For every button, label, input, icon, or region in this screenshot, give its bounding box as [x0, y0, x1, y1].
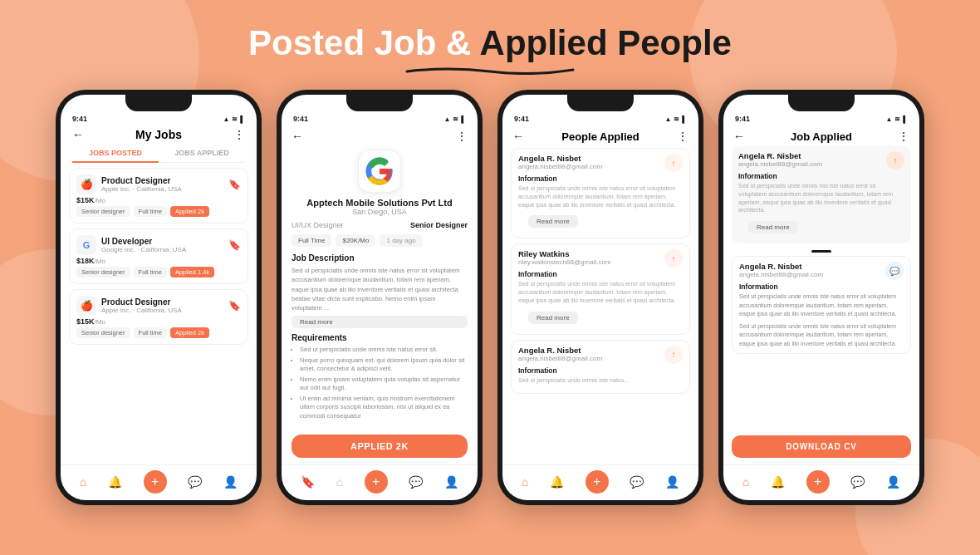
phone-1-my-jobs: 9:41 ▲ ≋ ▌ ← My Jobs ⋮ JOBS POSTED JOBS …	[56, 90, 262, 505]
job-salary-2: $18K/Mo	[76, 257, 241, 265]
job-tags-2: Senior designer Full time Applied 1.4k	[76, 267, 241, 278]
tab-jobs-applied[interactable]: JOBS APPLIED	[159, 145, 245, 163]
selected-info-label: Information	[738, 172, 904, 180]
tag-senior-3: Senior designer	[76, 327, 130, 338]
detail-tag-type: Full Time	[292, 234, 331, 247]
job-applied-title: Job Applied	[791, 130, 852, 143]
job-info-2: UI Developer Google Inc. · California, U…	[101, 237, 186, 253]
upload-icon-4[interactable]: ↑	[886, 151, 904, 169]
selected-applicant-card[interactable]: Angela R. Nisbet angela.nisbet88@gmail.c…	[732, 146, 911, 243]
nav-add-2[interactable]: +	[365, 470, 388, 494]
chat-applicant-info: Angela R. Nisbet angela.nisbet88@gmail.c…	[739, 262, 823, 278]
nav-add-1[interactable]: +	[144, 470, 167, 494]
bookmark-icon-1[interactable]: 🔖	[228, 179, 241, 190]
req-item-3: Nemo enim ipsam voluptatem quia voluptas…	[300, 376, 468, 393]
read-more-applicant-2[interactable]: Read more	[528, 312, 578, 324]
signal-icon-4: ▲	[885, 115, 892, 123]
tag-applied-3: Applied 2k	[170, 327, 209, 338]
wifi-icon-2: ≋	[453, 115, 458, 123]
status-icons-2: ▲ ≋ ▌	[443, 115, 466, 123]
read-more-selected[interactable]: Read more	[748, 221, 798, 233]
job-info-1: Product Designer Apple Inc. · California…	[101, 176, 182, 193]
chat-applicant-card[interactable]: Angela R. Nisbet angela.nisbet88@gmail.c…	[732, 256, 911, 354]
back-arrow-1[interactable]: ←	[72, 128, 84, 141]
phone-3-screen: 9:41 ▲ ≋ ▌ ← People Applied ⋮ Ange	[502, 95, 698, 500]
nav-bell-4[interactable]: 🔔	[771, 475, 785, 489]
info-label-3: Information	[518, 366, 683, 375]
nav-home-1[interactable]: ⌂	[80, 475, 86, 489]
nav-person-2[interactable]: 👤	[444, 475, 458, 489]
applicant-3-name: Angela R. Nisbet	[518, 346, 602, 355]
battery-icon: ▌	[240, 115, 245, 123]
phone-4-screen: 9:41 ▲ ≋ ▌ ← Job Applied ⋮ Angela	[723, 95, 919, 500]
upload-icon-2[interactable]: ↑	[664, 249, 683, 268]
company-logo-1: 🍎	[76, 174, 96, 194]
phone-3-bottom-nav: ⌂ 🔔 + 💬 👤	[502, 464, 698, 500]
job-tags-3: Senior designer Full time Applied 2k	[76, 327, 241, 338]
job-applied-header: ← Job Applied ⋮	[723, 125, 919, 146]
applicant-card-1[interactable]: Angela R. Nisbet angela.nisbet88@gmail.c…	[511, 148, 690, 238]
nav-home-3[interactable]: ⌂	[522, 475, 528, 489]
more-icon-2[interactable]: ⋮	[456, 130, 468, 143]
nav-chat-2[interactable]: 💬	[409, 475, 423, 489]
back-arrow-2[interactable]: ←	[292, 130, 303, 143]
status-time-2: 9:41	[293, 115, 308, 123]
status-time-3: 9:41	[514, 115, 529, 123]
status-time-4: 9:41	[735, 115, 750, 123]
nav-bookmark-2[interactable]: 🔖	[301, 475, 315, 489]
job-card-3[interactable]: 🍎 Product Designer Apple Inc. · Californ…	[69, 289, 248, 345]
nav-chat-3[interactable]: 💬	[630, 475, 644, 489]
tag-fulltime-3: Full time	[134, 327, 167, 338]
page-title: Posted Job & Applied People	[0, 23, 980, 63]
nav-bell-3[interactable]: 🔔	[550, 475, 564, 489]
applicant-2-info: Riley Watkins riley.watkinstech88@gmail.…	[518, 249, 611, 266]
chat-icon-4[interactable]: 💬	[885, 262, 904, 280]
applicant-1-name: Angela R. Nisbet	[518, 154, 602, 163]
more-icon-3[interactable]: ⋮	[677, 130, 688, 143]
applicant-card-2[interactable]: Riley Watkins riley.watkinstech88@gmail.…	[511, 243, 690, 334]
chat-applicant-email: angela.nisbet88@gmail.com	[739, 271, 823, 278]
applicant-card-3[interactable]: Angela R. Nisbet angela.nisbet88@gmail.c…	[511, 340, 690, 394]
back-arrow-3[interactable]: ←	[512, 130, 524, 143]
download-cv-button[interactable]: DOWNLOAD CV	[732, 435, 911, 458]
req-item-4: Ut enim ad minima veniam, quis nostrum e…	[300, 395, 468, 421]
wifi-icon-4: ≋	[894, 115, 900, 123]
nav-person-3[interactable]: 👤	[665, 475, 679, 489]
tab-jobs-posted[interactable]: JOBS POSTED	[72, 145, 159, 163]
bookmark-icon-2[interactable]: 🔖	[228, 239, 241, 251]
role-label: UI/UX Designer	[292, 221, 344, 229]
bookmark-icon-3[interactable]: 🔖	[228, 300, 241, 312]
back-arrow-4[interactable]: ←	[733, 130, 745, 143]
people-applied-header: ← People Applied ⋮	[502, 125, 698, 148]
read-more-applicant-1[interactable]: Read more	[528, 215, 578, 228]
nav-chat-4[interactable]: 💬	[850, 475, 865, 489]
nav-person-1[interactable]: 👤	[223, 475, 238, 489]
nav-add-3[interactable]: +	[586, 470, 609, 494]
job-card-2[interactable]: G UI Developer Google Inc. · California,…	[69, 228, 248, 284]
job-title-2: UI Developer	[101, 237, 186, 246]
more-icon-1[interactable]: ⋮	[233, 128, 245, 141]
phone-1-screen: 9:41 ▲ ≋ ▌ ← My Jobs ⋮ JOBS POSTED JOBS …	[61, 95, 257, 500]
phone-2-job-detail: 9:41 ▲ ≋ ▌ ← ⋮	[277, 90, 483, 505]
nav-add-4[interactable]: +	[806, 470, 830, 494]
more-icon-4[interactable]: ⋮	[898, 130, 909, 143]
battery-icon-3: ▌	[682, 115, 687, 123]
job-detail-tags: Full Time $20K/Mo 1 day ago	[282, 234, 478, 247]
nav-home-2[interactable]: ⌂	[336, 475, 343, 489]
nav-chat-1[interactable]: 💬	[188, 475, 202, 489]
phone-4-bottom-nav: ⌂ 🔔 + 💬 👤	[723, 464, 919, 500]
nav-bell-1[interactable]: 🔔	[108, 475, 122, 489]
nav-home-4[interactable]: ⌂	[742, 475, 749, 489]
upload-icon-3[interactable]: ↑	[664, 346, 683, 364]
read-more-btn-2[interactable]: Read more	[292, 316, 468, 328]
upload-icon-1[interactable]: ↑	[664, 154, 683, 172]
tag-fulltime-1: Full time	[134, 206, 167, 217]
req-item-2: Neque porro quisquam est, qui dolorem ip…	[300, 356, 468, 374]
apply-button[interactable]: APPLIED 2K	[292, 435, 468, 458]
job-card-1[interactable]: 🍎 Product Designer Apple Inc. · Californ…	[69, 168, 248, 223]
chat-applicant-name: Angela R. Nisbet	[739, 262, 823, 271]
job-desc-text: Sed ut perspiciatis unde omnis iste natu…	[282, 266, 478, 312]
tag-applied-1: Applied 2k	[170, 206, 209, 217]
nav-person-4[interactable]: 👤	[886, 475, 900, 489]
applicant-3-email: angela.nisbet88@gmail.com	[518, 355, 602, 362]
